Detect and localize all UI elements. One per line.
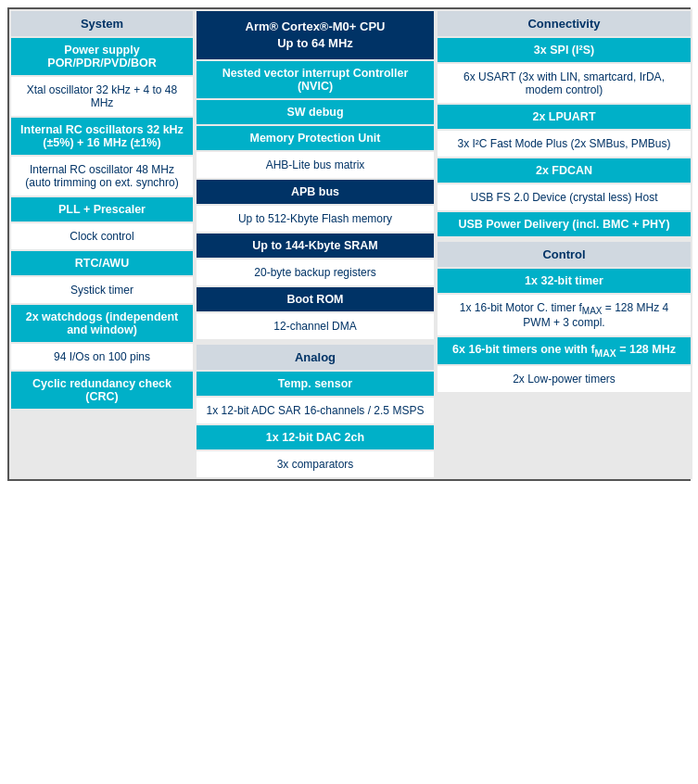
analog-title: Analog xyxy=(197,345,434,370)
system-item-4: PLL + Prescaler xyxy=(11,197,193,221)
conn-item-0: 3x SPI (I²S) xyxy=(438,38,691,62)
system-column: System Power supply POR/PDR/PVD/BOR Xtal… xyxy=(9,9,195,479)
system-item-5: Clock control xyxy=(11,223,193,249)
system-item-6: RTC/AWU xyxy=(11,251,193,275)
system-item-3: Internal RC oscillator 48 MHz (auto trim… xyxy=(11,157,193,196)
cpu-bootrom: Boot ROM xyxy=(197,287,434,311)
cpu-flash: Up to 512-Kbyte Flash memory xyxy=(197,206,434,232)
conn-item-3: 3x I²C Fast Mode Plus (2x SMBus, PMBus) xyxy=(438,131,691,157)
analog-item-2: 1x 12-bit DAC 2ch xyxy=(197,425,434,449)
ctrl-item-1: 1x 16-bit Motor C. timer fMAX = 128 MHz … xyxy=(438,295,691,335)
block-diagram: System Power supply POR/PDR/PVD/BOR Xtal… xyxy=(7,7,691,481)
control-title: Control xyxy=(438,242,691,267)
system-item-2: Internal RC oscillators 32 kHz (±5%) + 1… xyxy=(11,118,193,155)
cpu-dma: 12-channel DMA xyxy=(197,313,434,339)
system-item-10: Cyclic redundancy check (CRC) xyxy=(11,372,193,409)
system-item-1: Xtal oscillator 32 kHz + 4 to 48 MHz xyxy=(11,77,193,116)
analog-item-0: Temp. sensor xyxy=(197,372,434,396)
cpu-nvic: Nested vector interrupt Controller (NVIC… xyxy=(197,61,434,98)
conn-item-6: USB Power Delivery (incl. BMC + PHY) xyxy=(438,212,691,236)
cpu-title: Arm® Cortex®-M0+ CPU Up to 64 MHz xyxy=(197,11,434,59)
system-item-8: 2x watchdogs (independent and window) xyxy=(11,305,193,342)
cpu-column: Arm® Cortex®-M0+ CPU Up to 64 MHz Nested… xyxy=(195,9,436,479)
conn-item-1: 6x USART (3x with LIN, smartcard, IrDA, … xyxy=(438,64,691,103)
right-column: Connectivity 3x SPI (I²S) 6x USART (3x w… xyxy=(436,9,692,479)
cpu-ahb: AHB-Lite bus matrix xyxy=(197,152,434,178)
analog-item-1: 1x 12-bit ADC SAR 16-channels / 2.5 MSPS xyxy=(197,398,434,424)
connectivity-title: Connectivity xyxy=(438,11,691,36)
conn-item-4: 2x FDCAN xyxy=(438,158,691,183)
ctrl-item-0: 1x 32-bit timer xyxy=(438,269,691,293)
cpu-sram: Up to 144-Kbyte SRAM xyxy=(197,234,434,258)
cpu-mpu: Memory Protection Unit xyxy=(197,126,434,150)
cpu-swdebug: SW debug xyxy=(197,100,434,124)
cpu-subtitle-text: Up to 64 MHz xyxy=(277,36,353,50)
ctrl-item-3: 2x Low-power timers xyxy=(438,366,691,392)
system-title: System xyxy=(11,11,193,36)
cpu-backup: 20-byte backup registers xyxy=(197,259,434,285)
conn-item-5: USB FS 2.0 Device (crystal less) Host xyxy=(438,184,691,210)
cpu-title-text: Arm® Cortex®-M0+ CPU xyxy=(246,19,386,33)
ctrl-item-2: 6x 16-bit timers one with fMAX = 128 MHz xyxy=(438,337,691,364)
system-item-0: Power supply POR/PDR/PVD/BOR xyxy=(11,38,193,75)
cpu-apb: APB bus xyxy=(197,180,434,204)
system-item-7: Systick timer xyxy=(11,277,193,303)
system-item-9: 94 I/Os on 100 pins xyxy=(11,344,193,370)
analog-item-3: 3x comparators xyxy=(197,451,434,477)
conn-item-2: 2x LPUART xyxy=(438,105,691,129)
